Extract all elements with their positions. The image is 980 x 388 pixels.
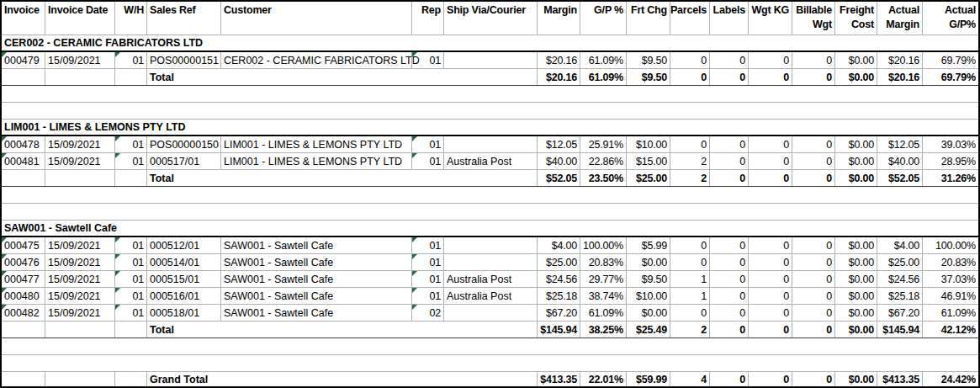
cell-actual_gp_pct[interactable]: 46.91% [923,288,978,304]
cell-gp_pct[interactable]: 22.01% [580,372,627,386]
cell-frt_chg[interactable]: $5.99 [627,237,670,253]
cell-margin[interactable]: $145.94 [538,322,580,338]
cell-gp_pct[interactable]: 61.09% [580,305,627,321]
cell-wgt_kg[interactable]: 0 [749,288,792,304]
cell-actual_gp_pct[interactable]: 100.00% [923,237,978,253]
group-header-label-cell[interactable]: CER002 - CERAMIC FABRICATORS LTD [2,35,978,50]
cell-sales_ref[interactable]: POS00000151 [147,52,221,68]
cell-wgt_kg[interactable]: 0 [749,136,792,152]
cell-actual_gp_pct[interactable]: 61.09% [923,305,978,321]
cell-wh[interactable]: 01 [115,288,147,304]
cell-actual_gp_pct[interactable]: 20.83% [923,254,978,270]
cell-rep[interactable]: 01 [412,254,444,270]
column-header-wgt_kg[interactable]: Wgt KG [749,2,792,35]
cell-gp_pct[interactable]: 100.00% [580,237,627,253]
cell-labels[interactable]: 0 [710,305,749,321]
cell-wgt_kg[interactable]: 0 [749,69,792,85]
cell-invoice[interactable]: 000476 [2,254,45,270]
cell-actual_gp_pct[interactable]: 42.12% [923,322,978,338]
cell-freight_cost[interactable]: $0.00 [835,271,877,287]
total-label-cell[interactable]: Total [147,69,538,85]
column-header-invoice_date[interactable]: Invoice Date [45,2,115,35]
cell-actual_margin[interactable]: $67.20 [877,305,923,321]
column-header-margin[interactable]: Margin [538,2,580,35]
cell-sales_ref[interactable]: POS00000150 [147,136,221,152]
cell-wh[interactable]: 01 [115,254,147,270]
cell-invoice[interactable] [2,322,45,338]
total-label-cell[interactable]: Total [147,322,538,338]
cell-rep[interactable]: 01 [412,52,444,68]
cell-rep[interactable]: 01 [412,237,444,253]
group-header-label-cell[interactable]: LIM001 - LIMES & LEMONS PTY LTD [2,120,978,135]
cell-sales_ref[interactable]: 000512/01 [147,237,221,253]
cell-wh[interactable]: 01 [115,271,147,287]
cell-freight_cost[interactable]: $0.00 [835,52,877,68]
cell-invoice_date[interactable] [45,170,115,186]
cell-gp_pct[interactable]: 29.77% [580,271,627,287]
cell-wgt_kg[interactable]: 0 [749,153,792,169]
cell-actual_gp_pct[interactable]: 31.26% [923,170,978,186]
cell-wh[interactable]: 01 [115,136,147,152]
cell-billable_wgt[interactable]: 0 [792,136,835,152]
cell-parcels[interactable]: 2 [670,170,710,186]
cell-customer[interactable]: SAW001 - Sawtell Cafe [221,305,412,321]
cell-parcels[interactable]: 0 [670,69,710,85]
cell-wgt_kg[interactable]: 0 [749,305,792,321]
cell-margin[interactable]: $20.16 [538,69,580,85]
cell-invoice[interactable]: 000477 [2,271,45,287]
cell-wgt_kg[interactable]: 0 [749,170,792,186]
cell-margin[interactable]: $413.35 [538,372,580,386]
cell-rep[interactable]: 01 [412,153,444,169]
cell-actual_gp_pct[interactable]: 39.03% [923,136,978,152]
cell-actual_gp_pct[interactable]: 37.03% [923,271,978,287]
cell-labels[interactable]: 0 [710,271,749,287]
cell-labels[interactable]: 0 [710,52,749,68]
cell-wh[interactable] [115,170,147,186]
cell-billable_wgt[interactable]: 0 [792,170,835,186]
cell-parcels[interactable]: 0 [670,254,710,270]
column-header-invoice[interactable]: Invoice [2,2,45,35]
cell-invoice[interactable]: 000480 [2,288,45,304]
column-header-frt_chg[interactable]: Frt Chg [627,2,670,35]
cell-frt_chg[interactable]: $15.00 [627,153,670,169]
column-header-sales_ref[interactable]: Sales Ref [147,2,221,35]
cell-parcels[interactable]: 2 [670,153,710,169]
cell-parcels[interactable]: 0 [670,305,710,321]
column-header-billable_wgt[interactable]: BillableWgt [792,2,835,35]
cell-ship_via[interactable] [444,52,538,68]
total-label-cell[interactable]: Total [147,170,538,186]
cell-freight_cost[interactable]: $0.00 [835,305,877,321]
cell-billable_wgt[interactable]: 0 [792,271,835,287]
cell-actual_margin[interactable]: $25.00 [877,254,923,270]
cell-rep[interactable]: 01 [412,136,444,152]
cell-customer[interactable]: SAW001 - Sawtell Cafe [221,254,412,270]
cell-freight_cost[interactable]: $0.00 [835,288,877,304]
cell-invoice[interactable]: 000475 [2,237,45,253]
cell-gp_pct[interactable]: 38.74% [580,288,627,304]
cell-invoice_date[interactable]: 15/09/2021 [45,136,115,152]
cell-wh[interactable]: 01 [115,52,147,68]
cell-freight_cost[interactable]: $0.00 [835,237,877,253]
cell-gp_pct[interactable]: 61.09% [580,52,627,68]
cell-customer[interactable]: LIM001 - LIMES & LEMONS PTY LTD [221,153,412,169]
cell-wh[interactable] [115,322,147,338]
cell-gp_pct[interactable]: 61.09% [580,69,627,85]
cell-invoice_date[interactable] [45,69,115,85]
cell-frt_chg[interactable]: $0.00 [627,254,670,270]
cell-gp_pct[interactable]: 25.91% [580,136,627,152]
cell-wh[interactable]: 01 [115,153,147,169]
cell-parcels[interactable]: 0 [670,52,710,68]
cell-wgt_kg[interactable]: 0 [749,254,792,270]
grand-total-label-cell[interactable]: Grand Total [147,372,538,386]
cell-invoice_date[interactable] [45,372,115,386]
cell-freight_cost[interactable]: $0.00 [835,136,877,152]
column-header-parcels[interactable]: Parcels [670,2,710,35]
cell-actual_margin[interactable]: $40.00 [877,153,923,169]
cell-ship_via[interactable]: Australia Post [444,271,538,287]
cell-labels[interactable]: 0 [710,288,749,304]
cell-labels[interactable]: 0 [710,322,749,338]
column-header-freight_cost[interactable]: FreightCost [835,2,877,35]
cell-customer[interactable]: SAW001 - Sawtell Cafe [221,288,412,304]
cell-frt_chg[interactable]: $10.00 [627,136,670,152]
column-header-labels[interactable]: Labels [710,2,749,35]
